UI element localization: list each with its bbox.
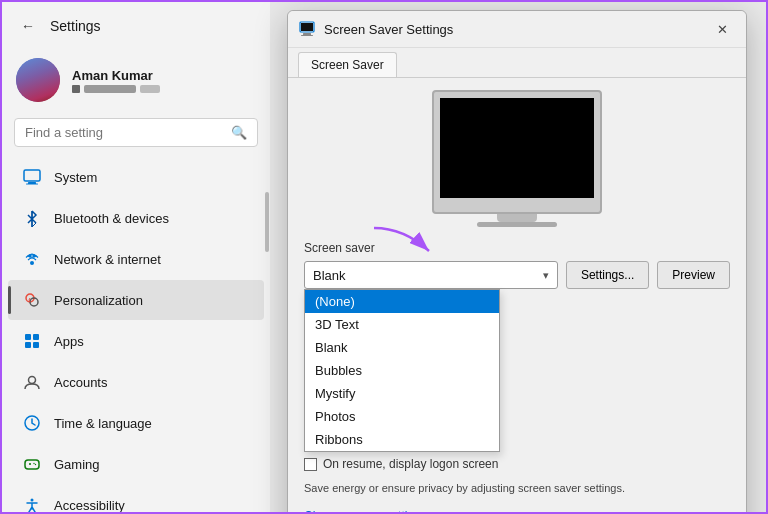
network-icon <box>22 249 42 269</box>
settings-sidebar: ← Settings Aman Kumar 🔍 <box>2 2 270 514</box>
scrollbar-thumb <box>265 192 269 252</box>
dropdown-item-blank[interactable]: Blank <box>305 336 499 359</box>
sidebar-label-gaming: Gaming <box>54 457 100 472</box>
screen-outer <box>432 90 602 214</box>
screen-base <box>497 214 537 222</box>
svg-point-13 <box>33 463 34 464</box>
avatar <box>16 58 60 102</box>
nav-list: System Bluetooth & devices <box>2 157 270 514</box>
logon-label: On resume, display logon screen <box>323 457 498 471</box>
svg-point-14 <box>35 464 36 465</box>
svg-rect-19 <box>301 23 313 31</box>
user-bar <box>84 85 136 93</box>
svg-point-10 <box>29 377 36 384</box>
logon-row: On resume, display logon screen <box>304 457 730 471</box>
user-profile[interactable]: Aman Kumar <box>2 50 270 114</box>
search-icon: 🔍 <box>231 125 247 140</box>
change-power-settings-link[interactable]: Change power settings <box>304 509 427 514</box>
search-input[interactable] <box>25 125 223 140</box>
screen-saver-dialog: Screen Saver Settings ✕ Screen Saver Scr… <box>287 10 747 514</box>
sidebar-label-personalization: Personalization <box>54 293 143 308</box>
svg-rect-8 <box>25 342 31 348</box>
sidebar-item-personalization[interactable]: Personalization <box>8 280 264 320</box>
svg-rect-2 <box>26 184 38 185</box>
time-icon <box>22 413 42 433</box>
accounts-icon <box>22 372 42 392</box>
screen-foot <box>477 222 557 227</box>
sidebar-item-bluetooth[interactable]: Bluetooth & devices <box>8 198 264 238</box>
apps-icon <box>22 331 42 351</box>
user-bar2 <box>140 85 160 93</box>
sidebar-label-accounts: Accounts <box>54 375 107 390</box>
dialog-title: Screen Saver Settings <box>324 22 453 37</box>
svg-rect-18 <box>301 35 313 36</box>
bluetooth-icon <box>22 208 42 228</box>
user-info: Aman Kumar <box>72 68 160 93</box>
sidebar-item-system[interactable]: System <box>8 157 264 197</box>
user-name: Aman Kumar <box>72 68 160 83</box>
logon-checkbox[interactable] <box>304 458 317 471</box>
screen-saver-tab[interactable]: Screen Saver <box>298 52 397 77</box>
accessibility-icon <box>22 495 42 514</box>
svg-rect-0 <box>24 170 40 181</box>
sidebar-label-apps: Apps <box>54 334 84 349</box>
personalization-icon <box>22 290 42 310</box>
sidebar-item-time[interactable]: Time & language <box>8 403 264 443</box>
dropdown-list: (None) 3D Text Blank Bubbles Mystify Pho… <box>304 289 500 452</box>
preview-button[interactable]: Preview <box>657 261 730 289</box>
dialog-close-button[interactable]: ✕ <box>708 19 736 39</box>
svg-rect-6 <box>25 334 31 340</box>
dialog-body: Screen saver Blank ▾ (None) 3D Text Blan… <box>288 78 746 514</box>
screen-saver-dropdown[interactable]: Blank ▾ <box>304 261 558 289</box>
sidebar-item-apps[interactable]: Apps <box>8 321 264 361</box>
dropdown-item-mystify[interactable]: Mystify <box>305 382 499 405</box>
screen-saver-controls: Blank ▾ (None) 3D Text Blank Bubbles Mys… <box>304 261 730 289</box>
gaming-icon <box>22 454 42 474</box>
sidebar-label-system: System <box>54 170 97 185</box>
sidebar-label-bluetooth: Bluetooth & devices <box>54 211 169 226</box>
dialog-tab-bar: Screen Saver <box>288 48 746 78</box>
svg-rect-7 <box>33 334 39 340</box>
dropdown-item-ribbons[interactable]: Ribbons <box>305 428 499 451</box>
sidebar-label-time: Time & language <box>54 416 152 431</box>
sidebar-label-accessibility: Accessibility <box>54 498 125 513</box>
dialog-screen-saver-icon <box>298 20 316 38</box>
svg-rect-9 <box>33 342 39 348</box>
user-subtitle <box>72 85 160 93</box>
search-box[interactable]: 🔍 <box>14 118 258 147</box>
screen-saver-label: Screen saver <box>304 241 730 255</box>
description-text: Save energy or ensure privacy by adjusti… <box>304 481 730 496</box>
settings-title: Settings <box>50 18 101 34</box>
screen-preview <box>304 90 730 227</box>
svg-rect-17 <box>303 33 311 35</box>
user-dot-icon <box>72 85 80 93</box>
dropdown-item-none[interactable]: (None) <box>305 290 499 313</box>
sidebar-item-network[interactable]: Network & internet <box>8 239 264 279</box>
sidebar-item-accessibility[interactable]: Accessibility <box>8 485 264 514</box>
sidebar-label-network: Network & internet <box>54 252 161 267</box>
svg-rect-12 <box>25 460 39 469</box>
svg-point-15 <box>31 499 34 502</box>
screen-display <box>440 98 594 198</box>
dropdown-item-bubbles[interactable]: Bubbles <box>305 359 499 382</box>
dropdown-item-photos[interactable]: Photos <box>305 405 499 428</box>
settings-button[interactable]: Settings... <box>566 261 649 289</box>
dropdown-selected-value: Blank <box>313 268 346 283</box>
dialog-titlebar: Screen Saver Settings ✕ <box>288 11 746 48</box>
dialog-title-left: Screen Saver Settings <box>298 20 453 38</box>
settings-titlebar: ← Settings <box>2 2 270 50</box>
screen-monitor <box>432 90 602 227</box>
dropdown-arrow-icon: ▾ <box>543 269 549 282</box>
system-icon <box>22 167 42 187</box>
back-button[interactable]: ← <box>14 12 42 40</box>
svg-point-3 <box>30 261 34 265</box>
sidebar-item-accounts[interactable]: Accounts <box>8 362 264 402</box>
sidebar-item-gaming[interactable]: Gaming <box>8 444 264 484</box>
dropdown-item-3d-text[interactable]: 3D Text <box>305 313 499 336</box>
